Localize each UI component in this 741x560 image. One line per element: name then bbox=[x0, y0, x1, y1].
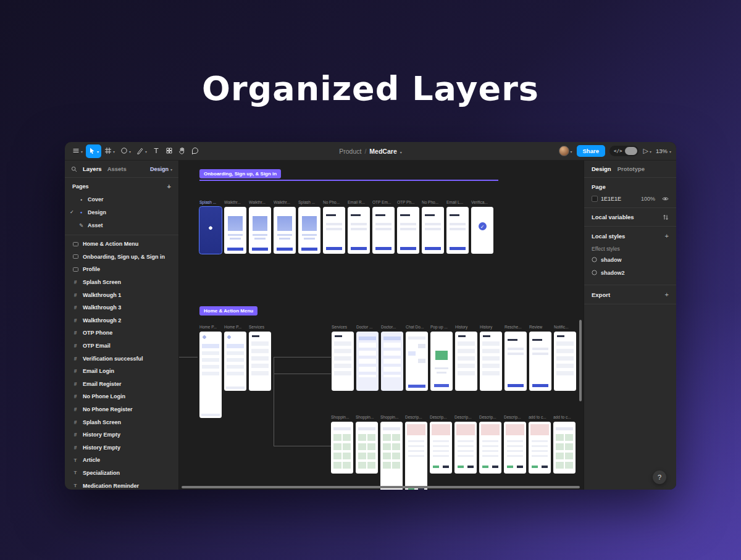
layer-item[interactable]: Verification successful bbox=[65, 352, 178, 365]
frame-title[interactable]: Splash ... bbox=[199, 200, 222, 206]
canvas-frame[interactable]: OTP Ph... bbox=[397, 200, 419, 254]
frame-title[interactable]: Pop up ... bbox=[430, 325, 453, 331]
layer-item[interactable]: No Phone Register bbox=[65, 403, 178, 416]
frame-thumbnail[interactable] bbox=[397, 207, 419, 254]
frame-thumbnail[interactable] bbox=[224, 332, 246, 391]
frame-title[interactable]: OTP Em... bbox=[372, 200, 395, 206]
canvas-frame[interactable]: Descrip... bbox=[479, 415, 501, 474]
dev-mode-toggle[interactable]: </> bbox=[609, 146, 639, 156]
frame-thumbnail[interactable] bbox=[455, 332, 477, 391]
canvas-frame[interactable]: Services bbox=[332, 325, 354, 391]
canvas-frame[interactable]: Descrip... bbox=[405, 415, 427, 490]
layer-item[interactable]: Onboarding, Sign up, & Sign in bbox=[65, 251, 178, 264]
page-item[interactable]: Design bbox=[65, 206, 178, 219]
frame-thumbnail[interactable] bbox=[199, 207, 222, 254]
breadcrumb-project[interactable]: Product bbox=[339, 148, 361, 155]
layer-item[interactable]: History Empty bbox=[65, 441, 178, 454]
frame-thumbnail[interactable] bbox=[504, 332, 527, 391]
color-opacity-value[interactable]: 100% bbox=[641, 196, 655, 202]
layer-item[interactable]: Walkthrough 1 bbox=[65, 288, 178, 301]
chevron-down-icon[interactable] bbox=[400, 148, 402, 155]
frame-thumbnail[interactable] bbox=[199, 332, 222, 418]
frame-thumbnail[interactable] bbox=[332, 332, 354, 391]
canvas-frame[interactable]: Home P... bbox=[224, 325, 246, 391]
frame-title[interactable]: Doctor ... bbox=[356, 325, 379, 331]
frame-thumbnail[interactable] bbox=[480, 332, 502, 391]
canvas-frame[interactable]: add to c... bbox=[529, 415, 551, 474]
toggle-knob[interactable] bbox=[625, 147, 637, 155]
move-tool-button[interactable] bbox=[86, 144, 101, 158]
frame-thumbnail[interactable] bbox=[406, 332, 428, 391]
frame-title[interactable]: Doctor... bbox=[381, 325, 403, 331]
text-tool-button[interactable] bbox=[150, 144, 162, 158]
frame-thumbnail[interactable] bbox=[274, 207, 296, 254]
frame-title[interactable]: History bbox=[455, 325, 477, 331]
frame-thumbnail[interactable] bbox=[380, 422, 403, 490]
canvas-frame[interactable]: Email R... bbox=[348, 200, 370, 254]
frame-title[interactable]: Chat Do... bbox=[406, 325, 428, 331]
frame-thumbnail[interactable] bbox=[446, 207, 469, 254]
color-hex-value[interactable]: 1E1E1E bbox=[601, 196, 621, 202]
frame-thumbnail[interactable] bbox=[331, 422, 353, 474]
frame-thumbnail[interactable] bbox=[471, 207, 493, 254]
layer-item[interactable]: Walkthrough 3 bbox=[65, 301, 178, 314]
canvas-frame[interactable]: History bbox=[455, 325, 477, 391]
frame-title[interactable]: No Pho... bbox=[323, 200, 345, 206]
frame-title[interactable]: Descrip... bbox=[504, 415, 526, 421]
canvas-frame[interactable]: Home P... bbox=[199, 325, 222, 418]
canvas-frame[interactable]: Splash ... bbox=[199, 200, 222, 254]
search-icon[interactable] bbox=[71, 166, 77, 172]
canvas-frame[interactable]: Walkthr... bbox=[249, 200, 271, 254]
frame-title[interactable]: Email L... bbox=[446, 200, 469, 206]
canvas-frame[interactable]: Resche... bbox=[504, 325, 527, 391]
frame-thumbnail[interactable] bbox=[430, 422, 452, 474]
add-page-button[interactable] bbox=[167, 183, 171, 190]
frame-title[interactable]: Home P... bbox=[199, 325, 222, 331]
frame-title[interactable]: Shoppin... bbox=[380, 415, 403, 421]
canvas-frame[interactable]: Descrip... bbox=[454, 415, 477, 474]
frame-title[interactable]: Home P... bbox=[224, 325, 246, 331]
frame-thumbnail[interactable] bbox=[479, 422, 501, 474]
layer-item[interactable]: Email Login bbox=[65, 365, 178, 378]
frame-thumbnail[interactable] bbox=[422, 207, 444, 254]
canvas-frame[interactable]: Verifica... bbox=[471, 200, 493, 254]
section-badge[interactable]: Onboarding, Sign up, & Sign in bbox=[199, 169, 281, 178]
horizontal-scrollbar[interactable] bbox=[182, 486, 580, 488]
sidebar-tab[interactable]: Layers bbox=[83, 165, 102, 172]
effect-style-item[interactable]: shadow bbox=[592, 253, 669, 266]
frame-thumbnail[interactable] bbox=[372, 207, 395, 254]
layer-item[interactable]: OTP Email bbox=[65, 340, 178, 353]
frame-thumbnail[interactable] bbox=[249, 207, 271, 254]
canvas-frame[interactable]: No Pho... bbox=[422, 200, 444, 254]
canvas-frame[interactable]: OTP Em... bbox=[372, 200, 395, 254]
frame-tool-button[interactable] bbox=[102, 144, 117, 158]
frame-thumbnail[interactable] bbox=[454, 422, 477, 474]
frame-thumbnail[interactable] bbox=[249, 332, 271, 391]
visibility-eye-icon[interactable] bbox=[662, 196, 669, 201]
frame-thumbnail[interactable] bbox=[504, 422, 526, 474]
layer-item[interactable]: History Empty bbox=[65, 428, 178, 441]
local-variables-section[interactable]: Local variables bbox=[584, 208, 676, 227]
canvas-frame[interactable]: History bbox=[480, 325, 502, 391]
canvas-frame[interactable]: add to c... bbox=[553, 415, 576, 474]
frame-thumbnail[interactable] bbox=[529, 422, 551, 474]
canvas-frame[interactable]: Notific... bbox=[554, 325, 576, 391]
layer-item[interactable]: Walkthrough 2 bbox=[65, 314, 178, 327]
frame-title[interactable]: Splash ... bbox=[298, 200, 320, 206]
inspector-tab[interactable]: Design bbox=[592, 165, 611, 172]
frame-thumbnail[interactable] bbox=[553, 422, 576, 474]
frame-title[interactable]: Verifica... bbox=[471, 200, 493, 206]
add-export-button[interactable] bbox=[665, 291, 669, 298]
frame-title[interactable]: Email R... bbox=[348, 200, 370, 206]
zoom-menu[interactable]: 13% bbox=[656, 148, 671, 154]
breadcrumb-file[interactable]: MedCare bbox=[369, 148, 396, 155]
canvas-frame[interactable]: Pop up ... bbox=[430, 325, 453, 391]
user-avatar[interactable] bbox=[559, 146, 569, 156]
frame-title[interactable]: Walkthr... bbox=[249, 200, 271, 206]
frame-title[interactable]: Notific... bbox=[554, 325, 576, 331]
help-button[interactable]: ? bbox=[653, 470, 666, 484]
layer-item[interactable]: Specialization bbox=[65, 467, 178, 480]
frame-thumbnail[interactable] bbox=[381, 332, 403, 391]
frame-title[interactable]: Review bbox=[529, 325, 551, 331]
avatar-menu[interactable] bbox=[559, 146, 572, 156]
